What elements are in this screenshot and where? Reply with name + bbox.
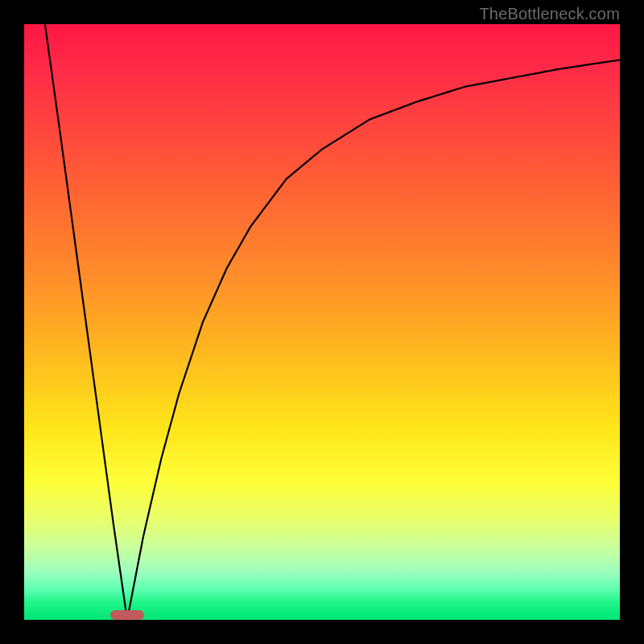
chart-frame: TheBottleneck.com	[0, 0, 644, 644]
curve-layer	[24, 24, 620, 620]
bottleneck-marker	[110, 610, 144, 620]
plot-area	[24, 24, 620, 620]
watermark-text: TheBottleneck.com	[479, 5, 620, 23]
curve-left-branch	[45, 24, 127, 620]
curve-right-branch	[127, 60, 620, 620]
